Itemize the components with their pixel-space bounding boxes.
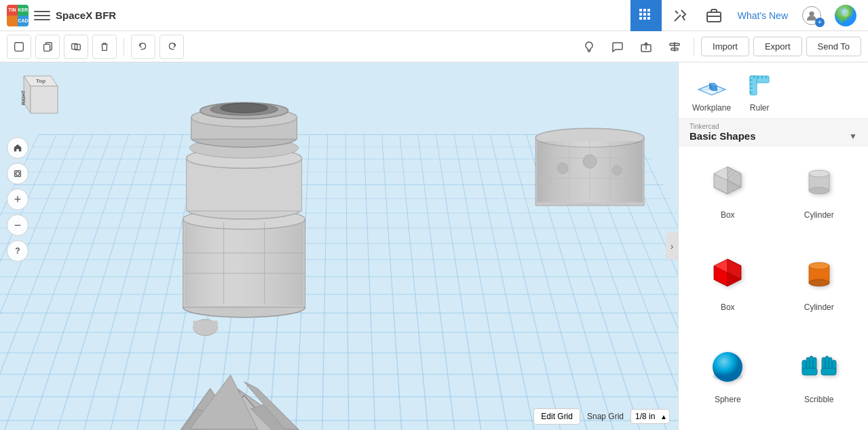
logo-ker: KER [18,5,29,16]
duplicate-button[interactable] [64,35,88,59]
hands-icon [792,338,846,392]
shapes-source-label: Tinkercad [690,123,857,130]
trash-icon [98,41,111,53]
shapes-category-header: Tinkercad Basic Shapes ▼ [679,119,868,146]
svg-rect-3 [639,13,642,16]
notes-button[interactable] [577,35,601,59]
shape-item-box-gray[interactable]: Box [685,153,770,239]
share-button[interactable] [634,35,658,59]
box-red-svg [704,249,751,296]
svg-rect-1 [643,9,646,12]
projects-button[interactable] [698,0,730,31]
workplane-label: Workplane [692,103,731,113]
svg-point-13 [842,9,849,17]
svg-rect-121 [829,357,832,370]
tools-button[interactable] [664,0,696,31]
hamburger-line [34,19,50,20]
shapes-category-label: Basic Shapes [690,130,756,142]
cylinder-orange-label: Cylinder [804,302,834,312]
undo-button[interactable] [131,35,155,59]
shape-item-box-red[interactable]: Box [685,246,770,331]
svg-rect-123 [822,357,825,370]
svg-rect-124 [821,368,836,375]
svg-point-14 [839,16,844,23]
new-icon [13,41,25,53]
align-icon [668,40,681,54]
workplane-icon [697,71,727,100]
box-red-label: Box [721,302,735,312]
redo-icon [166,41,178,53]
svg-rect-7 [643,17,646,20]
svg-point-11 [809,11,814,16]
comments-button[interactable] [605,35,630,59]
cylinder-orange-icon [792,246,846,300]
svg-rect-119 [802,368,817,375]
workplane-svg [697,71,727,100]
lightbulb-icon [582,40,596,54]
svg-rect-117 [810,356,813,368]
cylinder-gray-icon [792,153,846,208]
edit-grid-button[interactable]: Edit Grid [533,408,580,425]
whats-new-button[interactable]: What's New [732,7,793,24]
svg-marker-83 [712,85,717,91]
add-user-button[interactable]: + [796,0,827,31]
redo-button[interactable] [159,35,184,59]
project-title: SpaceX BFR [56,9,625,21]
send-to-button[interactable]: Send To [806,37,861,56]
briefcase-icon [706,7,722,24]
import-button[interactable]: Import [701,37,749,56]
avatar-image [835,5,856,26]
logo-cad: CAD [18,16,29,26]
svg-rect-5 [647,13,650,16]
dashboard-button[interactable] [630,0,662,31]
svg-rect-59 [193,321,218,331]
avatar-button[interactable] [830,0,861,31]
tinkercad-logo[interactable]: TIN KER CAD [7,5,29,26]
grid-dots-icon [638,7,654,24]
align-button[interactable] [662,35,687,59]
svg-rect-2 [647,9,650,12]
export-button[interactable]: Export [753,37,802,56]
box-gray-svg [704,157,751,204]
snap-grid-label: Snap Grid [587,412,624,421]
svg-rect-8 [647,17,650,20]
toolbar-separator-1 [124,38,124,56]
viewport[interactable]: Top RIGHT + − [0,62,678,430]
box-gray-icon [700,153,755,208]
chevron-down-icon: ▼ [849,132,857,141]
nav-right: What's New + [630,0,861,31]
ruler-tool[interactable]: Ruler [744,71,774,113]
copy-button[interactable] [35,35,60,59]
shape-item-hands[interactable]: Scribble [777,338,862,423]
ruler-label: Ruler [750,103,770,113]
hamburger-menu[interactable] [34,7,50,24]
shape-item-sphere-blue[interactable]: Sphere [685,338,770,423]
shape-item-cylinder-gray[interactable]: Cylinder [777,153,862,239]
svg-point-15 [847,16,852,23]
svg-point-111 [809,279,829,286]
svg-rect-4 [643,13,646,16]
sphere-blue-icon [700,338,755,392]
main-area: Top RIGHT + − [0,62,868,430]
undo-icon [137,41,149,53]
box-gray-label: Box [721,210,735,220]
ruler-icon [744,71,774,100]
workplane-tool[interactable]: Workplane [692,71,731,113]
cylinder-gray-label: Cylinder [804,210,834,220]
panel-collapse-button[interactable]: › [666,233,678,260]
hands-svg [795,341,843,389]
shapes-category-selector[interactable]: Basic Shapes ▼ [690,130,857,142]
svg-point-57 [221,103,268,113]
snap-grid-wrapper: 1/8 in 1/4 in 1/2 in 1 in ▲ [630,409,670,424]
cylinder-orange-svg [795,249,843,296]
svg-rect-0 [639,9,642,12]
snap-grid-select[interactable]: 1/8 in 1/4 in 1/2 in 1 in [630,409,670,424]
svg-point-112 [809,262,829,269]
copy-icon [41,41,54,53]
new-button[interactable] [7,35,31,59]
svg-point-74 [583,155,597,168]
avatar [835,5,856,26]
svg-rect-118 [813,357,816,370]
delete-button[interactable] [92,35,117,59]
shape-item-cylinder-orange[interactable]: Cylinder [777,246,862,331]
